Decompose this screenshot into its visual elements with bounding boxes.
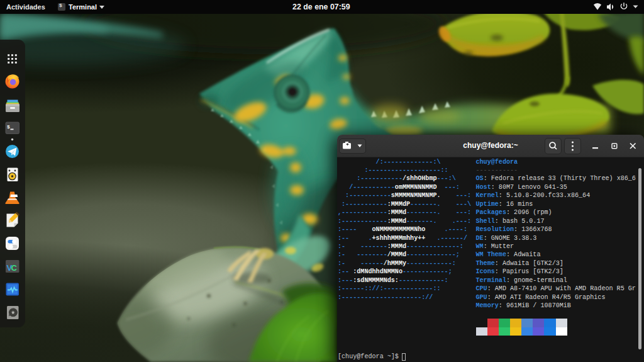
svg-text:$: $ (7, 124, 10, 130)
svg-text:C: C (11, 263, 18, 273)
